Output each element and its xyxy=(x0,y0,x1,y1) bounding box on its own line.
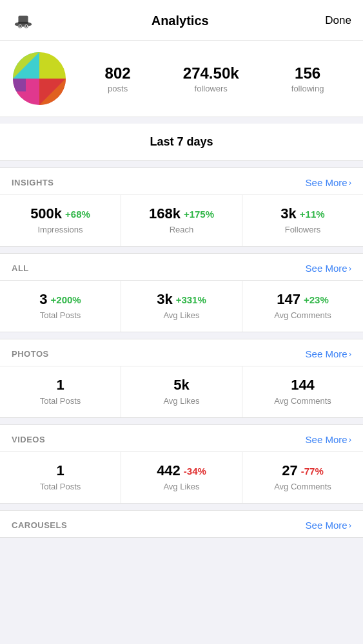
metric-cell-insights-2: 3k+11%Followers xyxy=(242,195,363,246)
metrics-row-all: 3+200%Total Posts3k+331%Avg Likes147+23%… xyxy=(0,280,363,332)
metric-cell-insights-1: 168k+175%Reach xyxy=(121,195,242,246)
svg-point-5 xyxy=(19,25,21,27)
metric-number-insights-2: 3k xyxy=(280,205,296,222)
metric-value-photos-0: 1 xyxy=(56,377,64,393)
spy-icon xyxy=(12,9,35,32)
section-photos: PHOTOSSee More ›1Total Posts5kAvg Likes1… xyxy=(0,339,363,418)
section-header-insights: INSIGHTSSee More › xyxy=(0,168,363,194)
metric-label-all-0: Total Posts xyxy=(40,310,81,320)
metric-cell-videos-1: 442-34%Avg Likes xyxy=(121,452,242,503)
posts-value: 802 xyxy=(105,64,131,82)
section-title-photos: PHOTOS xyxy=(12,349,49,359)
metric-change-all-2: +23% xyxy=(304,294,329,305)
metric-value-insights-2: 3k+11% xyxy=(280,205,324,222)
metric-change-insights-0: +68% xyxy=(65,209,90,220)
section-videos: VIDEOSSee More ›1Total Posts442-34%Avg L… xyxy=(0,424,363,504)
see-more-insights[interactable]: See More › xyxy=(306,177,351,188)
metric-value-videos-1: 442-34% xyxy=(157,462,206,479)
followers-stat: 274.50k followers xyxy=(183,64,239,93)
metric-change-videos-2: -77% xyxy=(301,466,324,477)
header: Analytics Done xyxy=(0,0,363,41)
see-more-all[interactable]: See More › xyxy=(306,263,351,274)
svg-point-6 xyxy=(25,25,27,27)
section-insights: INSIGHTSSee More ›500k+68%Impressions168… xyxy=(0,167,363,247)
page-title: Analytics xyxy=(152,14,209,28)
metric-cell-photos-0: 1Total Posts xyxy=(0,366,121,417)
metric-number-videos-2: 27 xyxy=(282,462,297,479)
metric-number-photos-0: 1 xyxy=(56,377,64,393)
metric-value-videos-2: 27-77% xyxy=(282,462,324,479)
posts-label: posts xyxy=(108,84,128,93)
chevron-right-icon: › xyxy=(349,435,351,444)
metric-value-insights-0: 500k+68% xyxy=(30,205,90,222)
profile-stats: 802 posts 274.50k followers 156 followin… xyxy=(79,64,350,93)
metric-label-insights-0: Impressions xyxy=(37,225,83,234)
metric-label-insights-2: Followers xyxy=(285,225,321,234)
avatar xyxy=(13,52,66,105)
see-more-photos[interactable]: See More › xyxy=(306,348,351,359)
posts-stat: 802 posts xyxy=(105,64,131,93)
section-header-carousels: CAROUSELSSee More › xyxy=(0,511,363,537)
metric-value-all-1: 3k+331% xyxy=(157,291,206,308)
profile-row: 802 posts 274.50k followers 156 followin… xyxy=(0,41,363,117)
section-header-all: ALLSee More › xyxy=(0,254,363,280)
metric-label-photos-0: Total Posts xyxy=(40,396,81,406)
chevron-right-icon: › xyxy=(349,263,351,273)
metric-label-photos-2: Avg Comments xyxy=(274,396,331,406)
section-all: ALLSee More ›3+200%Total Posts3k+331%Avg… xyxy=(0,253,363,332)
section-title-carousels: CAROUSELS xyxy=(12,520,67,530)
metric-number-insights-0: 500k xyxy=(30,205,62,222)
chevron-right-icon: › xyxy=(349,178,351,187)
see-more-videos[interactable]: See More › xyxy=(306,434,351,445)
followers-label: followers xyxy=(195,84,228,93)
section-title-all: ALL xyxy=(12,263,29,273)
metric-label-all-1: Avg Likes xyxy=(163,310,199,320)
metric-number-all-1: 3k xyxy=(157,291,172,308)
followers-value: 274.50k xyxy=(183,64,239,82)
metric-cell-all-2: 147+23%Avg Comments xyxy=(242,281,363,332)
sections-container: INSIGHTSSee More ›500k+68%Impressions168… xyxy=(0,167,363,538)
period-label: Last 7 days xyxy=(150,135,213,148)
metric-label-videos-2: Avg Comments xyxy=(274,482,331,491)
section-carousels: CAROUSELSSee More › xyxy=(0,510,363,538)
metric-change-all-0: +200% xyxy=(51,294,81,305)
metric-value-photos-1: 5k xyxy=(173,377,189,393)
section-title-videos: VIDEOS xyxy=(12,435,45,444)
metric-number-insights-1: 168k xyxy=(149,205,181,222)
metric-label-photos-1: Avg Likes xyxy=(163,396,199,406)
section-header-photos: PHOTOSSee More › xyxy=(0,339,363,366)
metric-change-all-1: +331% xyxy=(176,294,206,305)
done-button[interactable]: Done xyxy=(325,14,351,27)
metric-label-videos-1: Avg Likes xyxy=(163,482,199,491)
metrics-row-photos: 1Total Posts5kAvg Likes144Avg Comments xyxy=(0,366,363,417)
metric-number-photos-2: 144 xyxy=(291,377,315,393)
metric-cell-insights-0: 500k+68%Impressions xyxy=(0,195,121,246)
following-label: following xyxy=(291,84,324,93)
period-header: Last 7 days xyxy=(0,124,363,161)
svg-rect-9 xyxy=(39,52,66,79)
metric-change-insights-2: +11% xyxy=(300,209,325,220)
metric-number-all-0: 3 xyxy=(39,291,47,308)
section-header-videos: VIDEOSSee More › xyxy=(0,425,363,451)
metrics-row-insights: 500k+68%Impressions168k+175%Reach3k+11%F… xyxy=(0,194,363,246)
metric-number-all-2: 147 xyxy=(277,291,300,308)
following-value: 156 xyxy=(295,64,320,82)
metric-cell-all-1: 3k+331%Avg Likes xyxy=(121,281,242,332)
svg-rect-2 xyxy=(18,22,28,24)
metric-number-videos-0: 1 xyxy=(56,462,64,479)
metrics-row-videos: 1Total Posts442-34%Avg Likes27-77%Avg Co… xyxy=(0,451,363,503)
metric-change-videos-1: -34% xyxy=(184,466,206,477)
chevron-right-icon: › xyxy=(349,520,351,530)
metric-cell-photos-1: 5kAvg Likes xyxy=(121,366,242,417)
metric-number-photos-1: 5k xyxy=(173,377,189,393)
following-stat: 156 following xyxy=(291,64,324,93)
section-title-insights: INSIGHTS xyxy=(12,178,54,187)
metric-cell-videos-2: 27-77%Avg Comments xyxy=(242,452,363,503)
see-more-carousels[interactable]: See More › xyxy=(306,520,351,531)
metric-value-insights-1: 168k+175% xyxy=(149,205,214,222)
metric-cell-videos-0: 1Total Posts xyxy=(0,452,121,503)
metric-label-videos-0: Total Posts xyxy=(40,482,81,491)
metric-label-insights-1: Reach xyxy=(170,225,194,234)
metric-number-videos-1: 442 xyxy=(157,462,181,479)
metric-cell-all-0: 3+200%Total Posts xyxy=(0,281,121,332)
